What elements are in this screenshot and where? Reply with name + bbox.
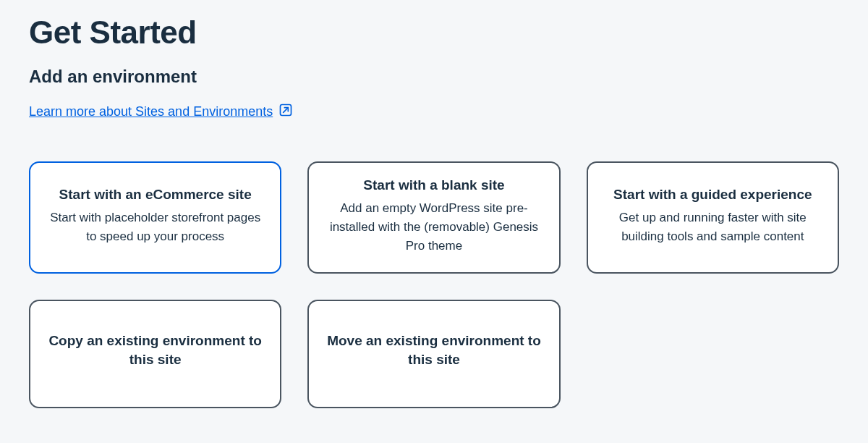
card-blank-site[interactable]: Start with a blank site Add an empty Wor… bbox=[307, 161, 560, 274]
card-desc: Add an empty WordPress site pre-installe… bbox=[322, 199, 545, 256]
card-desc: Start with placeholder storefront pages … bbox=[43, 208, 267, 247]
card-title: Start with an eCommerce site bbox=[59, 185, 252, 204]
svg-line-1 bbox=[284, 108, 289, 113]
card-title: Copy an existing environment to this sit… bbox=[43, 332, 267, 368]
card-copy-environment[interactable]: Copy an existing environment to this sit… bbox=[29, 300, 281, 408]
learn-more-label: Learn more about Sites and Environments bbox=[29, 104, 273, 119]
card-title: Move an existing environment to this sit… bbox=[322, 332, 545, 368]
card-desc: Get up and running faster with site buil… bbox=[601, 208, 825, 247]
external-link-icon bbox=[278, 103, 293, 121]
card-ecommerce-site[interactable]: Start with an eCommerce site Start with … bbox=[29, 161, 281, 274]
page-title: Get Started bbox=[29, 14, 839, 51]
card-title: Start with a blank site bbox=[363, 176, 504, 195]
page-subtitle: Add an environment bbox=[29, 67, 839, 87]
learn-more-link[interactable]: Learn more about Sites and Environments bbox=[29, 103, 293, 121]
card-title: Start with a guided experience bbox=[613, 185, 812, 204]
card-move-environment[interactable]: Move an existing environment to this sit… bbox=[307, 300, 560, 408]
option-card-grid: Start with an eCommerce site Start with … bbox=[29, 161, 839, 408]
card-guided-experience[interactable]: Start with a guided experience Get up an… bbox=[587, 161, 839, 274]
